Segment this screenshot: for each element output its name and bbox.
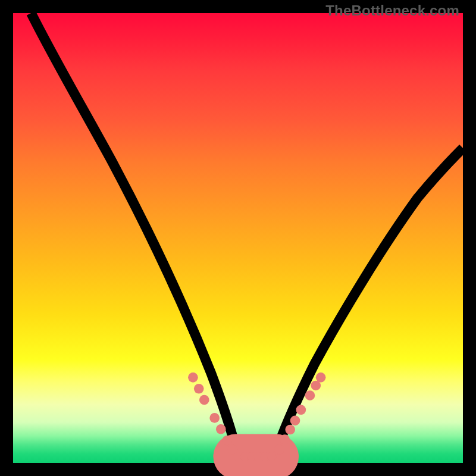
chart-svg bbox=[13, 13, 463, 463]
marker-left bbox=[194, 384, 204, 394]
chart-frame: TheBottleneck.com bbox=[0, 0, 476, 476]
marker-right bbox=[274, 444, 284, 455]
marker-right bbox=[280, 434, 290, 444]
marker-right bbox=[285, 425, 295, 435]
marker-left bbox=[188, 372, 198, 383]
marker-right bbox=[316, 372, 326, 383]
curve-left bbox=[31, 13, 237, 455]
marker-right bbox=[305, 390, 315, 400]
marker-left bbox=[223, 436, 233, 446]
marker-left bbox=[199, 395, 209, 405]
marker-left bbox=[209, 413, 220, 423]
marker-bottom bbox=[267, 452, 276, 461]
marker-left bbox=[216, 424, 226, 434]
marker-right bbox=[296, 405, 306, 415]
marker-right bbox=[290, 416, 300, 426]
